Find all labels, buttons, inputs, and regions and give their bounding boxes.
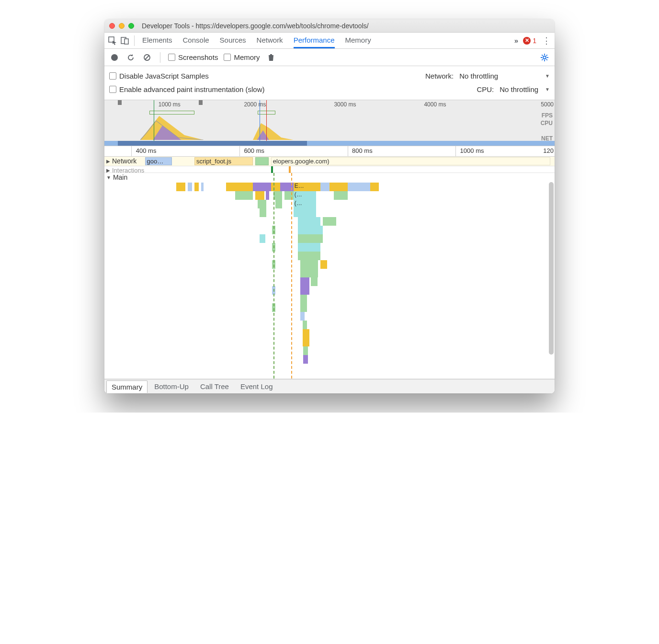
network-track[interactable]: ▶Network goo… script_foot.js elopers.goo…	[104, 157, 555, 166]
record-button[interactable]	[109, 52, 120, 63]
capture-settings: Disable JavaScript Samples Network: No t…	[104, 66, 555, 100]
overview-lane-labels: FPS CPU NET	[541, 112, 553, 142]
error-icon: ✕	[523, 37, 531, 45]
vertical-scrollbar[interactable]	[549, 182, 554, 355]
inspect-element-icon[interactable]	[107, 35, 118, 46]
overview-cpu-chart	[140, 111, 204, 140]
settings-gear-icon[interactable]	[539, 52, 550, 63]
svg-line-4	[145, 56, 149, 59]
tab-event-log[interactable]: Event Log	[236, 380, 278, 392]
error-badge[interactable]: ✕ 1	[523, 37, 536, 45]
devtools-window: Developer Tools - https://developers.goo…	[104, 19, 555, 393]
flame-event[interactable]: (…	[294, 191, 316, 200]
caret-right-icon: ▶	[106, 159, 110, 164]
reload-button[interactable]	[125, 52, 136, 63]
chevron-down-icon: ▼	[545, 73, 550, 79]
close-window-button[interactable]	[109, 23, 115, 29]
network-request[interactable]: script_foot.js	[194, 157, 253, 165]
divider	[160, 52, 160, 63]
overview-cpu-chart	[253, 116, 294, 140]
details-tabbar: Summary Bottom-Up Call Tree Event Log	[104, 379, 555, 393]
titlebar: Developer Tools - https://developers.goo…	[104, 19, 555, 33]
kebab-menu-icon[interactable]: ⋮	[541, 35, 552, 46]
main-tabbar: Elements Console Sources Network Perform…	[104, 33, 555, 49]
paint-instrumentation-checkbox[interactable]: Enable advanced paint instrumentation (s…	[109, 85, 265, 93]
maximize-window-button[interactable]	[128, 23, 134, 29]
traffic-lights	[109, 23, 134, 29]
caret-right-icon: ▶	[106, 168, 110, 173]
tab-bottom-up[interactable]: Bottom-Up	[149, 380, 193, 392]
flame-ruler[interactable]: 400 ms 600 ms 800 ms 1000 ms 120	[104, 146, 555, 157]
overview-tick: 5000	[541, 101, 554, 108]
tab-network[interactable]: Network	[257, 33, 283, 48]
caret-down-icon: ▼	[106, 175, 111, 180]
divider	[134, 35, 135, 46]
memory-checkbox[interactable]: Memory	[224, 53, 260, 61]
tab-summary[interactable]: Summary	[106, 380, 148, 393]
minimize-window-button[interactable]	[119, 23, 125, 29]
panel-tabs: Elements Console Sources Network Perform…	[142, 33, 512, 48]
overview-marker-line	[154, 100, 154, 146]
flame-event[interactable]: E…	[294, 183, 320, 191]
clear-button[interactable]	[142, 52, 152, 63]
chevron-down-icon: ▼	[545, 87, 550, 92]
tab-elements[interactable]: Elements	[142, 33, 172, 48]
overview-tick: 2000 ms	[244, 101, 266, 108]
tabs-overflow-icon[interactable]: »	[514, 36, 518, 45]
overview-tick: 3000 ms	[334, 101, 356, 108]
recording-toolbar: Screenshots Memory	[104, 49, 555, 66]
device-toggle-icon[interactable]	[120, 35, 130, 46]
flame-event[interactable]: (…	[294, 200, 316, 208]
tab-memory[interactable]: Memory	[345, 33, 371, 48]
overview-marker	[199, 100, 203, 105]
network-request[interactable]: goo…	[145, 157, 172, 165]
network-throttle-label: Network:	[425, 72, 454, 80]
svg-point-5	[543, 56, 546, 59]
disable-js-samples-checkbox[interactable]: Disable JavaScript Samples	[109, 72, 209, 80]
timeline-overview[interactable]: 1000 ms 2000 ms 3000 ms 4000 ms 5000 FPS…	[104, 100, 555, 146]
overview-net-bar	[118, 141, 307, 146]
network-throttle-select[interactable]: No throttling▼	[459, 72, 550, 80]
cpu-throttle-select[interactable]: No throttling▼	[500, 85, 550, 93]
garbage-collect-icon[interactable]	[266, 52, 276, 63]
main-track-header[interactable]: ▼Main	[104, 173, 129, 182]
tab-sources[interactable]: Sources	[220, 33, 246, 48]
overview-tick: 4000 ms	[424, 101, 446, 108]
interaction-marker	[289, 166, 291, 173]
overview-fps-bar	[149, 111, 194, 115]
network-track-header[interactable]: ▶Network	[104, 157, 138, 165]
window-title: Developer Tools - https://developers.goo…	[142, 22, 369, 30]
network-request[interactable]	[255, 157, 269, 165]
overview-marker-line	[260, 100, 260, 146]
timestamp-marker-green	[273, 173, 274, 379]
cpu-throttle-label: CPU:	[477, 85, 494, 93]
interaction-marker	[271, 166, 273, 173]
tab-console[interactable]: Console	[183, 33, 209, 48]
overview-marker	[118, 100, 122, 105]
interactions-track[interactable]: ▶Interactions	[104, 166, 555, 173]
network-request[interactable]: elopers.google.com)	[271, 157, 550, 165]
overview-tick: 1000 ms	[159, 101, 181, 108]
error-count: 1	[533, 37, 536, 45]
screenshots-checkbox[interactable]: Screenshots	[168, 53, 218, 61]
overview-marker-line	[266, 100, 267, 146]
tab-performance[interactable]: Performance	[294, 33, 335, 48]
tab-call-tree[interactable]: Call Tree	[195, 380, 234, 392]
svg-rect-2	[125, 39, 128, 44]
timestamp-marker-orange	[291, 173, 292, 379]
main-thread-track[interactable]: ▼Main E… (… (…	[104, 173, 555, 379]
